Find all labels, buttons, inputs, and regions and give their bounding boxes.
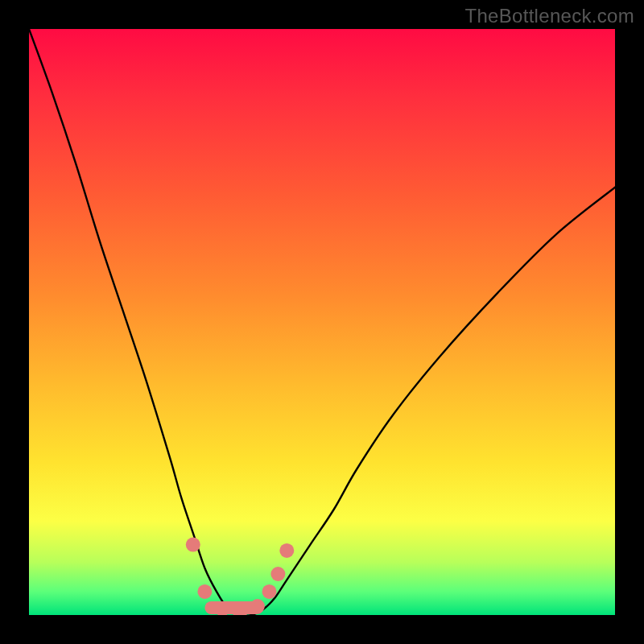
chart-frame: TheBottleneck.com: [0, 0, 644, 644]
curve-bottom-bar: [204, 601, 263, 614]
bottleneck-curve: [29, 29, 615, 615]
curve-marker: [270, 567, 285, 581]
plot-area: [29, 29, 615, 615]
curve-marker: [262, 584, 277, 599]
watermark-text: TheBottleneck.com: [464, 5, 634, 27]
curve-marker: [279, 543, 294, 558]
chart-svg: [29, 29, 615, 615]
curve-marker: [186, 538, 200, 552]
curve-marker: [197, 584, 212, 599]
